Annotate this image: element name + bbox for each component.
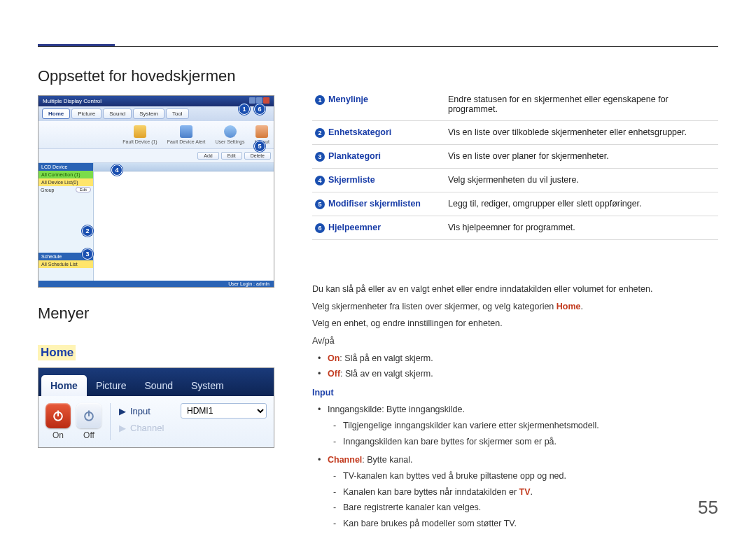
legend-table: 1Menylinje Endre statusen for en skjerme… [312, 88, 718, 240]
field-channel: ▶ Channel [119, 423, 267, 433]
power-on: On [46, 403, 71, 440]
right-column: 1Menylinje Endre statusen for en skjerme… [312, 67, 718, 534]
screenshot-home-panel: Home Picture Sound System On [38, 367, 274, 448]
sidebar-group-row: Group Edit [38, 186, 93, 193]
callout-6: 6 [254, 104, 265, 115]
toolbar: Fault Device (1) Fault Device Alert User… [38, 121, 274, 149]
btn-edit: Edit [221, 152, 242, 160]
svg-rect-3 [88, 411, 90, 416]
sidebar: LCD Device All Connection (1) All Device… [38, 163, 94, 281]
item-ch-note1: TV-kanalen kan byttes ved å bruke piltas… [343, 469, 718, 484]
left-column: Oppsettet for hovedskjermen Multiple Dis… [38, 67, 274, 534]
item-off: Off: Slå av en valgt skjerm. [328, 367, 718, 381]
para-1: Du kan slå på eller av en valgt enhet el… [312, 282, 718, 297]
page: Oppsettet for hovedskjermen Multiple Dis… [0, 0, 756, 534]
sidebar-item-schedule: All Schedule List [38, 260, 93, 268]
legend-row-1: 1Menylinje Endre statusen for en skjerme… [312, 88, 718, 121]
body-text: Du kan slå på eller av en valgt enhet el… [312, 282, 718, 531]
tab-home: Home [41, 375, 87, 396]
header-rule [38, 46, 718, 47]
heading-home: Home [38, 345, 76, 360]
status-bar: User Login : admin [38, 281, 274, 287]
input-select[interactable]: HDMI1 [181, 403, 267, 419]
btn-add: Add [197, 152, 218, 160]
tool-fault-device: Fault Device (1) [122, 125, 157, 144]
callout-2: 2 [82, 225, 93, 237]
tool-user-settings: User Settings [216, 125, 245, 144]
menu-tab-system: System [133, 108, 164, 119]
sidebar-item-devicelist: All Device List(0) [38, 178, 93, 186]
window-title: Multiple Display Control [43, 98, 102, 104]
legend-row-5: 5Modifiser skjermlisten Legg til, redige… [312, 192, 718, 216]
tool-fault-alert: Fault Device Alert [167, 125, 206, 144]
sidebar-group-edit: Edit [76, 187, 91, 192]
subhead-input: Input [312, 386, 718, 400]
divider [110, 403, 111, 440]
legend-row-6: 6Hjelpeemner Vis hjelpeemner for program… [312, 216, 718, 240]
home-tabs: Home Picture Sound System [38, 368, 274, 396]
item-ch-note2: Kanalen kan bare byttes når inndatakilde… [343, 485, 718, 500]
item-channel: Channel: Bytte kanal. [328, 453, 718, 468]
para-2: Velg skjermenheter fra listen over skjer… [312, 300, 718, 314]
callout-4: 4 [111, 164, 122, 176]
list-power: On: Slå på en valgt skjerm. Off: Slå av … [312, 351, 718, 381]
field-input: ▶ Input HDMI1 [119, 403, 267, 419]
item-input-source: Inngangskilde: Bytte inngangskilde. [328, 402, 718, 417]
home-body: On Off ▶ Input [38, 396, 274, 447]
screenshot-body: LCD Device All Connection (1) All Device… [38, 163, 274, 281]
menu-tab-home: Home [42, 108, 70, 119]
legend-row-3: 3Plankategori Vis en liste over planer f… [312, 145, 718, 169]
screenshot-main-layout: Multiple Display Control Home Picture So… [38, 95, 274, 288]
svg-rect-1 [57, 411, 59, 416]
menu-tab-tool: Tool [166, 108, 189, 119]
list-input: Inngangskilde: Bytte inngangskilde. Tilg… [312, 402, 718, 531]
power-buttons: On Off [46, 403, 102, 440]
content-columns: Oppsettet for hovedskjermen Multiple Dis… [38, 67, 718, 534]
power-off: Off [76, 403, 102, 440]
item-input-note1: Tilgjengelige inngangskilder kan variere… [343, 419, 718, 433]
window-titlebar: Multiple Display Control [38, 96, 274, 106]
item-input-note2: Inngangskilden kan bare byttes for skjer… [343, 435, 718, 449]
item-on: On: Slå på en valgt skjerm. [328, 351, 718, 366]
menu-tab-sound: Sound [103, 108, 132, 119]
tab-picture: Picture [87, 375, 136, 396]
callout-3: 3 [82, 248, 93, 260]
heading-oppsettet: Oppsettet for hovedskjermen [38, 67, 274, 85]
callout-5: 5 [254, 141, 265, 152]
item-ch-note4: Kan bare brukes på modeller som støtter … [343, 517, 718, 531]
menu-tab-picture: Picture [71, 108, 102, 119]
legend-row-4: 4Skjermliste Velg skjermenheten du vil j… [312, 169, 718, 192]
tab-system: System [182, 375, 233, 396]
modify-button-row: Add Edit Delete [38, 149, 274, 163]
home-fields: ▶ Input HDMI1 ▶ Channel [119, 403, 267, 433]
power-on-icon [46, 403, 71, 428]
para-3: Velg en enhet, og endre innstillingen fo… [312, 316, 718, 331]
tab-sound: Sound [135, 375, 181, 396]
heading-menyer: Menyer [38, 304, 274, 323]
item-ch-note3: Bare registrerte kanaler kan velges. [343, 500, 718, 515]
sidebar-hdr-device: LCD Device [38, 163, 93, 171]
sidebar-item-connection: All Connection (1) [38, 171, 93, 178]
page-number: 55 [698, 497, 718, 519]
callout-1: 1 [239, 104, 250, 115]
legend-row-2: 2Enhetskategori Vis en liste over tilkob… [312, 121, 718, 145]
btn-delete: Delete [244, 152, 271, 160]
power-off-icon [76, 403, 102, 428]
para-4: Av/på [312, 334, 718, 349]
screenshot-main-area [94, 163, 274, 281]
